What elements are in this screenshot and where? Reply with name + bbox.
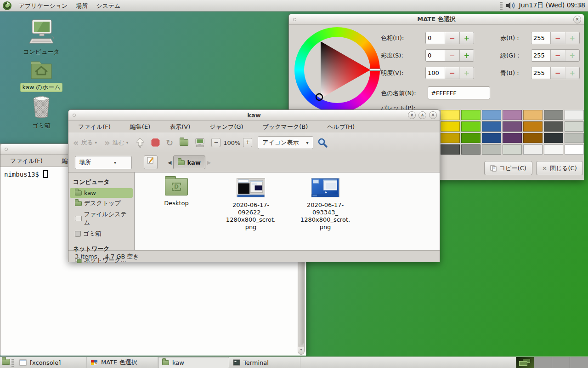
taskbar-grip[interactable] <box>11 359 14 367</box>
computer-button[interactable] <box>195 138 205 147</box>
file-item-screenshot-1[interactable]: 2020-06-17- 092622_ 1280x800_scrot. png <box>223 178 279 231</box>
decrement-button[interactable]: − <box>550 67 565 79</box>
breadcrumb-left-icon[interactable]: ◀ <box>166 160 173 166</box>
saturation-input[interactable] <box>426 50 445 61</box>
palette-swatch[interactable] <box>482 121 501 132</box>
home-button[interactable] <box>180 139 188 146</box>
decrement-button[interactable]: − <box>445 32 459 44</box>
palette-swatch[interactable] <box>565 121 584 132</box>
palette-swatch[interactable] <box>482 133 501 143</box>
palette-swatch[interactable] <box>503 133 522 143</box>
volume-icon[interactable] <box>505 1 516 10</box>
window-menu-dot[interactable] <box>293 18 296 21</box>
palette-swatch[interactable] <box>441 121 460 132</box>
green-spinner[interactable]: − + <box>531 49 580 62</box>
task-button-xconsole[interactable]: [xconsole] <box>16 357 87 368</box>
sidebar-item-trash[interactable]: ゴミ箱 <box>68 228 134 239</box>
chevron-down-icon[interactable]: ▾ <box>126 140 129 145</box>
palette-swatch[interactable] <box>503 144 522 155</box>
sv-triangle[interactable] <box>294 27 380 113</box>
palette-swatch[interactable] <box>544 144 563 155</box>
palette-swatch[interactable] <box>523 110 543 120</box>
menu-bookmarks[interactable]: ブックマーク(B) <box>259 121 312 132</box>
search-button[interactable] <box>317 137 328 148</box>
menu-system[interactable]: システム <box>92 0 124 12</box>
decrement-button[interactable]: − <box>445 67 459 79</box>
sidebar-item-desktop[interactable]: デスクトップ <box>68 198 134 209</box>
value-input[interactable] <box>426 67 445 79</box>
palette-swatch[interactable] <box>565 110 584 120</box>
hue-input[interactable] <box>426 32 445 44</box>
clock[interactable]: Jun17日 (Wed) 09:38 <box>519 1 585 10</box>
window-titlebar[interactable]: kaw ∨ ∧ × <box>68 110 440 121</box>
palette-swatch[interactable] <box>461 133 481 143</box>
increment-button[interactable]: + <box>459 50 474 61</box>
desktop-icon-computer[interactable]: コンピュータ <box>19 19 63 56</box>
menu-places[interactable]: 場所 <box>72 0 92 12</box>
palette-swatch[interactable] <box>523 121 543 132</box>
zoom-in-button[interactable]: + <box>243 138 252 147</box>
view-mode-select[interactable]: アイコン表示 ▾ <box>258 136 313 149</box>
workspace-2[interactable] <box>534 357 552 368</box>
blue-spinner[interactable]: − + <box>531 67 580 79</box>
palette-swatch[interactable] <box>523 133 543 143</box>
copy-button[interactable]: コピー(C) <box>484 161 532 175</box>
red-input[interactable] <box>531 32 550 44</box>
menu-view[interactable]: 表示(V) <box>165 121 194 132</box>
palette-swatch[interactable] <box>544 110 563 120</box>
close-button[interactable]: × <box>429 111 437 119</box>
desktop-icon-trash[interactable]: ゴミ箱 <box>19 95 63 130</box>
panel-grip[interactable] <box>500 2 503 10</box>
breadcrumb-current[interactable]: kaw <box>173 155 205 169</box>
palette-swatch[interactable] <box>441 144 460 155</box>
palette-swatch[interactable] <box>482 144 501 155</box>
saturation-spinner[interactable]: − + <box>425 49 474 62</box>
menu-file[interactable]: ファイル(F) <box>6 155 47 167</box>
minimize-button[interactable]: ∨ <box>408 111 416 119</box>
stop-button[interactable] <box>151 138 160 147</box>
palette-swatch[interactable] <box>441 110 460 120</box>
palette-swatch[interactable] <box>565 144 584 155</box>
palette-swatch[interactable] <box>461 121 481 132</box>
hue-wheel[interactable] <box>294 27 380 113</box>
menu-go[interactable]: ジャンプ(G) <box>205 121 247 132</box>
back-button[interactable]: « 戻る ▾ <box>73 138 97 147</box>
red-spinner[interactable]: − + <box>531 32 580 44</box>
decrement-button[interactable]: − <box>550 50 565 61</box>
workspace-3[interactable] <box>552 357 570 368</box>
hue-spinner[interactable]: − + <box>425 32 474 44</box>
workspace-4[interactable] <box>570 357 588 368</box>
workspace-1[interactable] <box>516 357 534 368</box>
forward-button[interactable]: » 進む ▾ <box>104 138 128 147</box>
window-menu-dot[interactable] <box>73 114 76 117</box>
palette-swatch[interactable] <box>503 110 522 120</box>
palette-swatch[interactable] <box>461 144 481 155</box>
palette-swatch[interactable] <box>544 121 563 132</box>
palette-swatch[interactable] <box>523 144 543 155</box>
places-combo[interactable]: 場所 ▾ <box>75 156 132 169</box>
desktop-icon-home[interactable]: kaw のホーム <box>19 58 63 92</box>
blue-input[interactable] <box>531 67 550 79</box>
palette-swatch[interactable] <box>482 110 501 120</box>
palette-swatch[interactable] <box>441 133 460 143</box>
edit-location-button[interactable] <box>144 155 158 169</box>
task-button-kaw[interactable]: kaw <box>158 357 229 368</box>
menu-applications[interactable]: アプリケーション <box>15 0 72 12</box>
palette-swatch[interactable] <box>461 110 481 120</box>
dialog-titlebar[interactable]: MATE 色選択 × <box>289 14 584 25</box>
menu-file[interactable]: ファイル(F) <box>74 121 115 132</box>
maximize-button[interactable]: ∧ <box>418 111 426 119</box>
task-button-terminal[interactable]: Terminal <box>229 357 300 368</box>
green-input[interactable] <box>531 50 550 61</box>
scroll-down-arrow-icon[interactable]: ▾ <box>298 347 304 354</box>
value-spinner[interactable]: − + <box>425 67 474 79</box>
mate-menu-icon[interactable] <box>2 1 12 11</box>
chevron-down-icon[interactable]: ▾ <box>95 140 97 145</box>
palette-swatch[interactable] <box>544 133 563 143</box>
decrement-button[interactable]: − <box>550 32 565 44</box>
increment-button[interactable]: + <box>459 32 474 44</box>
menu-edit[interactable]: 編集(E) <box>126 121 154 132</box>
sidebar-item-filesystem[interactable]: ファイルシステム <box>68 209 134 228</box>
up-button[interactable] <box>136 138 145 148</box>
window-menu-dot[interactable] <box>5 148 8 151</box>
